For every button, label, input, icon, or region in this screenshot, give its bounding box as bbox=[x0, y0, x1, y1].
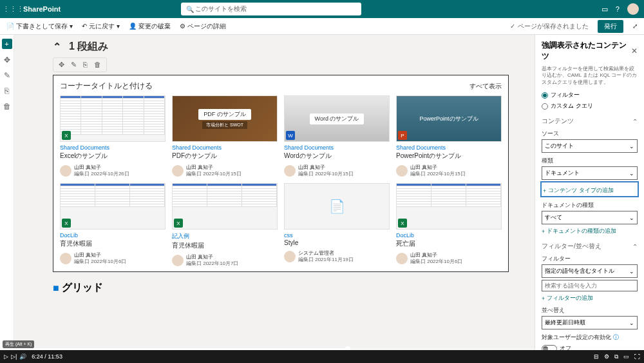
doc-title: 育児休暇届 bbox=[172, 241, 278, 250]
doc-folder: DocLib bbox=[60, 232, 166, 239]
delete-icon[interactable]: 🗑 bbox=[3, 102, 12, 111]
edit-date: 編集日 2022年10月6日 bbox=[74, 259, 126, 265]
close-icon[interactable]: ✕ bbox=[631, 46, 638, 55]
replay-tooltip: 再生 (Alt + K) bbox=[3, 340, 34, 348]
doctype-dropdown[interactable]: すべて⌄ bbox=[542, 211, 638, 224]
volume-icon[interactable]: 🔊 bbox=[19, 353, 26, 360]
theater-icon[interactable]: ▭ bbox=[623, 353, 629, 360]
doc-card[interactable]: 📄 css Style システム管理者編集日 2021年11月19日 bbox=[284, 183, 390, 266]
doc-title: PDFのサンプル bbox=[172, 152, 278, 161]
chevron-down-icon: ⌄ bbox=[629, 143, 634, 150]
copy-icon[interactable]: ⎘ bbox=[83, 61, 88, 69]
play-button[interactable]: ▷ bbox=[4, 353, 8, 360]
author-name: 山田 真知子 bbox=[186, 254, 238, 260]
fullscreen-icon[interactable]: ⛶ bbox=[634, 353, 640, 360]
doc-card[interactable]: X DocLib 死亡届 山田 真知子編集日 2022年10月6日 bbox=[396, 183, 502, 266]
doc-card[interactable]: X 記入例 育児休暇届 山田 真知子編集日 2022年10月7日 bbox=[172, 183, 278, 266]
edit-date: 編集日 2022年10月15日 bbox=[410, 171, 466, 177]
edit-date: 編集日 2022年10月15日 bbox=[298, 171, 354, 177]
author-avatar bbox=[284, 251, 296, 262]
page-details-button[interactable]: ⚙ ページの詳細 bbox=[180, 22, 226, 31]
doc-card[interactable]: X DocLib 育児休暇届 山田 真知子編集日 2022年10月6日 bbox=[60, 183, 166, 266]
doc-card[interactable]: PowerPointのサンプルP Shared Documents PowerP… bbox=[396, 95, 502, 177]
doc-folder: Shared Documents bbox=[172, 144, 278, 151]
webpart-title[interactable]: コーナータイトルと付ける bbox=[60, 81, 153, 92]
filter-radio[interactable]: フィルター bbox=[542, 91, 638, 99]
doc-title: 育児休暇届 bbox=[60, 239, 166, 248]
discard-button[interactable]: 👤 変更の破棄 bbox=[129, 22, 171, 31]
pip-icon[interactable]: ⧉ bbox=[614, 353, 618, 360]
avatar[interactable] bbox=[627, 3, 639, 15]
author-name: 山田 真知子 bbox=[410, 252, 462, 259]
edit-date: 編集日 2022年10月15日 bbox=[186, 171, 242, 177]
doc-card[interactable]: PDF のサンプル市場分析と SWOT Shared Documents PDF… bbox=[172, 95, 278, 177]
type-label: 種類 bbox=[542, 157, 638, 165]
help-icon[interactable]: ? bbox=[616, 5, 620, 13]
publish-button[interactable]: 発行 bbox=[598, 20, 623, 33]
property-panel: 強調表示されたコンテンツ ✕ 基本フィルターを使用して検索結果を絞り込むか、CA… bbox=[535, 35, 644, 350]
highlighted-content-webpart[interactable]: コーナータイトルと付ける すべて表示 X Shared Documents Ex… bbox=[53, 75, 509, 272]
author-avatar bbox=[284, 165, 296, 177]
settings-icon[interactable]: ⚙ bbox=[604, 353, 609, 360]
canvas: ⌃ 1 段組み ✥ ✎ ⎘ 🗑 コーナータイトルと付ける すべて表示 X Sha… bbox=[14, 35, 535, 350]
author-avatar bbox=[172, 255, 184, 266]
move-icon[interactable]: ✥ bbox=[59, 61, 64, 69]
source-dropdown[interactable]: このサイト⌄ bbox=[542, 139, 638, 153]
video-player: ▷ ▷| 🔊 6:24 / 11:53 ⊟ ⚙ ⧉ ▭ ⛶ bbox=[0, 350, 644, 363]
edit-date: 編集日 2022年10月26日 bbox=[74, 171, 129, 177]
author-name: 山田 真知子 bbox=[74, 252, 126, 259]
author-name: システム管理者 bbox=[298, 250, 354, 257]
add-section-button[interactable]: + bbox=[2, 39, 12, 49]
author-avatar bbox=[172, 165, 184, 177]
filter-term-input[interactable] bbox=[542, 280, 638, 291]
section-title-row: ⌃ 1 段組み bbox=[53, 40, 509, 54]
doc-card[interactable]: Word のサンプルW Shared Documents Wordのサンプル 山… bbox=[284, 95, 390, 177]
doc-card[interactable]: X Shared Documents Excelのサンプル 山田 真知子編集日 … bbox=[60, 95, 166, 177]
search-box[interactable]: 🔍 このサイトを検索 bbox=[181, 3, 361, 15]
content-section-label[interactable]: コンテンツ⌃ bbox=[542, 117, 638, 126]
edit-date: 編集日 2021年11月19日 bbox=[298, 257, 354, 263]
add-content-type-link[interactable]: + コンテンツ タイプの追加 bbox=[543, 186, 636, 195]
edit-icon[interactable]: ✎ bbox=[3, 71, 12, 80]
author-name: 山田 真知子 bbox=[410, 164, 466, 171]
author-name: 山田 真知子 bbox=[74, 164, 129, 171]
filter-label: フィルター bbox=[542, 255, 638, 263]
search-icon: 🔍 bbox=[186, 6, 194, 13]
doc-folder: 記入例 bbox=[172, 232, 278, 240]
add-doctype-link[interactable]: + ドキュメントの種類の追加 bbox=[542, 227, 638, 235]
type-dropdown[interactable]: ドキュメント⌄ bbox=[542, 166, 638, 180]
audience-label: 対象ユーザー設定の有効化 ⓘ bbox=[542, 333, 638, 342]
author-avatar bbox=[396, 253, 408, 264]
chevron-up-icon[interactable]: ⌃ bbox=[53, 41, 61, 53]
expand-icon[interactable]: ⤢ bbox=[632, 23, 638, 30]
next-button[interactable]: ▷| bbox=[11, 353, 17, 360]
see-all-link[interactable]: すべて表示 bbox=[469, 82, 502, 91]
captions-icon[interactable]: ⊟ bbox=[594, 353, 599, 360]
command-bar: 📄 下書きとして保存 ▾ ↶ 元に戻す ▾ 👤 変更の破棄 ⚙ ページの詳細 ✓… bbox=[0, 18, 644, 35]
bullet-icon: ■ bbox=[53, 282, 59, 294]
search-placeholder: このサイトを検索 bbox=[195, 5, 247, 14]
panel-description: 基本フィルターを使用して検索結果を絞り込むか、CAML または KQL コードの… bbox=[542, 66, 638, 86]
copy-icon[interactable]: ⎘ bbox=[3, 86, 12, 95]
author-avatar bbox=[60, 253, 71, 264]
doc-title: PowerPointのサンプル bbox=[396, 152, 502, 161]
delete-icon[interactable]: 🗑 bbox=[94, 61, 101, 69]
edit-date: 編集日 2022年10月7日 bbox=[186, 260, 238, 267]
filter-section-label[interactable]: フィルター/並べ替え⌃ bbox=[542, 242, 638, 251]
edit-icon[interactable]: ✎ bbox=[71, 61, 77, 69]
chevron-down-icon: ⌄ bbox=[629, 268, 634, 275]
waffle-icon[interactable]: ⋮⋮⋮ bbox=[5, 5, 21, 14]
add-filter-link[interactable]: + フィルターの追加 bbox=[542, 294, 638, 302]
move-icon[interactable]: ✥ bbox=[3, 55, 12, 64]
sort-label: 並べ替え bbox=[542, 306, 638, 315]
save-draft-button[interactable]: 📄 下書きとして保存 ▾ bbox=[6, 22, 73, 31]
megaphone-icon[interactable]: ▭ bbox=[601, 5, 608, 14]
undo-button[interactable]: ↶ 元に戻す ▾ bbox=[82, 22, 120, 31]
chevron-down-icon: ⌄ bbox=[629, 320, 634, 326]
left-rail: + ✥ ✎ ⎘ 🗑 bbox=[0, 35, 14, 350]
filter-title-dropdown[interactable]: 指定の語句を含むタイトル⌄ bbox=[542, 264, 638, 278]
doc-folder: Shared Documents bbox=[284, 144, 390, 151]
sort-dropdown[interactable]: 最終更新日時順⌄ bbox=[542, 316, 638, 329]
panel-title: 強調表示されたコンテンツ bbox=[542, 40, 631, 62]
caml-radio[interactable]: カスタム クエリ bbox=[542, 102, 638, 110]
